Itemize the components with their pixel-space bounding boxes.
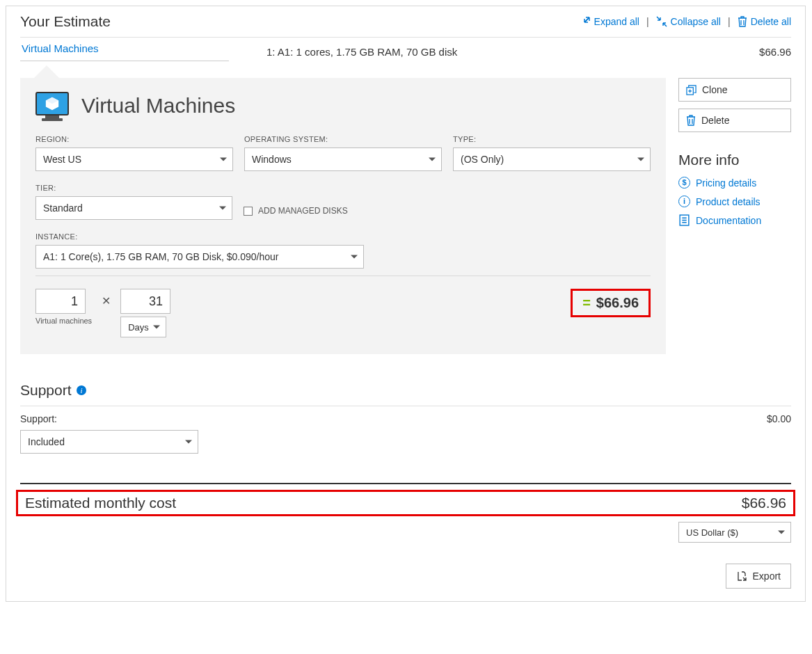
total-row: Estimated monthly cost $66.96 — [16, 490, 795, 516]
delete-button[interactable]: Delete — [678, 109, 791, 132]
multiply-icon: ✕ — [102, 294, 111, 308]
separator: | — [728, 16, 731, 27]
os-label: OPERATING SYSTEM: — [244, 135, 442, 143]
support-cost: $0.00 — [767, 413, 791, 424]
estimate-item-description: 1: A1: 1 cores, 1.75 GB RAM, 70 GB disk — [266, 46, 457, 58]
expand-all-link[interactable]: Expand all — [580, 16, 639, 27]
vm-card: Virtual Machines REGION: West US OPERATI… — [20, 78, 666, 354]
total-cost: $66.96 — [742, 495, 786, 511]
chevron-down-icon — [220, 158, 227, 161]
estimate-item-cost: $66.96 — [759, 46, 791, 58]
info-icon: i — [678, 196, 690, 207]
more-info-heading: More info — [678, 152, 791, 168]
tier-label: TIER: — [35, 184, 232, 192]
trash-icon — [738, 16, 747, 27]
instance-select[interactable]: A1: 1 Core(s), 1.75 GB RAM, 70 GB Disk, … — [35, 245, 364, 269]
separator: | — [646, 16, 649, 27]
type-label: TYPE: — [453, 135, 651, 143]
currency-select[interactable]: US Dollar ($) — [678, 522, 791, 543]
type-select[interactable]: (OS Only) — [453, 147, 651, 171]
doc-icon — [678, 214, 690, 226]
export-button[interactable]: Export — [726, 564, 791, 589]
info-filled-icon[interactable]: i — [76, 385, 87, 396]
estimate-item-name-input[interactable] — [20, 42, 229, 55]
clone-button[interactable]: Clone — [678, 78, 791, 102]
total-label: Estimated monthly cost — [25, 495, 176, 511]
chevron-down-icon — [351, 255, 358, 259]
expand-icon — [580, 16, 591, 27]
support-heading: Support — [20, 382, 72, 399]
duration-unit-select[interactable]: Days — [120, 317, 166, 337]
collapse-all-link[interactable]: Collapse all — [656, 16, 721, 27]
card-title: Virtual Machines — [81, 94, 235, 118]
equals-icon: = — [582, 295, 591, 311]
card-pointer — [34, 65, 59, 78]
chevron-down-icon — [637, 158, 644, 161]
region-select[interactable]: West US — [35, 147, 233, 171]
subtotal-box: = $66.96 — [571, 289, 651, 317]
duration-input[interactable]: 31 — [120, 289, 170, 314]
product-details-link[interactable]: i Product details — [678, 196, 791, 207]
chevron-down-icon — [219, 207, 226, 210]
chevron-down-icon — [778, 531, 785, 534]
dollar-icon: $ — [678, 177, 690, 189]
vm-count-label: Virtual machines — [35, 317, 92, 325]
svg-text:i: i — [80, 386, 82, 394]
clone-icon — [686, 85, 696, 95]
trash-icon — [686, 115, 696, 126]
delete-all-link[interactable]: Delete all — [738, 16, 791, 27]
vm-monitor-icon — [35, 92, 69, 120]
instance-label: INSTANCE: — [35, 232, 651, 241]
estimate-item-name[interactable] — [20, 42, 229, 61]
pricing-details-link[interactable]: $ Pricing details — [678, 177, 791, 189]
support-label: Support: — [20, 413, 57, 424]
managed-disks-checkbox-row[interactable]: ADD MANAGED DISKS — [244, 202, 348, 220]
documentation-link[interactable]: Documentation — [678, 214, 791, 226]
collapse-icon — [656, 16, 667, 27]
page-title: Your Estimate — [20, 13, 580, 30]
chevron-down-icon — [185, 440, 192, 444]
subtotal-value: $66.96 — [596, 295, 639, 311]
vm-count-input[interactable]: 1 — [35, 289, 86, 314]
managed-disks-checkbox[interactable] — [244, 207, 253, 216]
chevron-down-icon — [429, 158, 436, 161]
export-icon — [736, 571, 747, 582]
support-select[interactable]: Included — [20, 430, 198, 454]
os-select[interactable]: Windows — [244, 147, 442, 171]
chevron-down-icon — [153, 326, 160, 329]
tier-select[interactable]: Standard — [35, 196, 232, 220]
region-label: REGION: — [35, 135, 233, 143]
managed-disks-label: ADD MANAGED DISKS — [258, 206, 348, 216]
